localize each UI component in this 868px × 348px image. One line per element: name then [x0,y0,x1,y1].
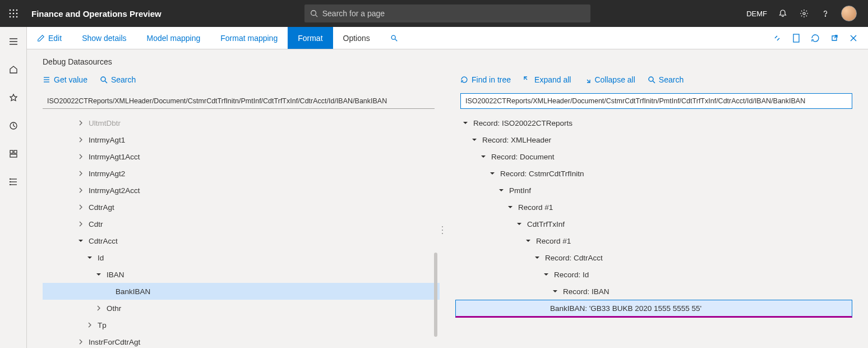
svg-rect-19 [10,154,17,157]
avatar[interactable] [841,6,857,21]
svg-point-1 [13,10,15,11]
tree-node[interactable]: Record: ISO20022CTReports [455,115,852,131]
hamburger-icon[interactable] [4,33,22,51]
caret-icon[interactable] [76,118,85,127]
tree-node[interactable]: Record: IBAN [455,283,852,300]
tree-node[interactable]: CdtrAgt [43,199,440,216]
tree-node[interactable]: PmtInf [455,182,852,199]
caret-icon[interactable] [515,219,524,228]
left-search-label: Search [111,75,136,84]
company-code[interactable]: DEMF [746,10,767,18]
global-search-input[interactable]: Search for a page [304,4,590,22]
caret-icon[interactable] [94,270,103,279]
caret-icon[interactable] [538,304,547,313]
caret-icon[interactable] [76,169,85,178]
format-mapping-button[interactable]: Format mapping [210,27,288,49]
star-icon[interactable] [4,89,22,107]
filter-button[interactable] [380,27,408,49]
caret-icon[interactable] [497,186,506,195]
tree-node[interactable]: InstrForCdtrAgt [43,333,440,348]
tree-node[interactable]: Record: Id [455,266,852,283]
caret-icon[interactable] [524,236,533,245]
page-icon[interactable] [791,33,802,44]
tree-node-result[interactable]: BankIBAN: 'GB33 BUKB 2020 1555 5555 55' [455,300,852,318]
tree-node[interactable]: Record: CstmrCdtTrfInitn [455,165,852,182]
popout-icon[interactable] [829,33,840,44]
edit-button[interactable]: Edit [27,27,72,49]
tree-node[interactable]: Record: CdtrAcct [455,249,852,266]
tree-node[interactable]: IntrmyAgt1Acct [43,148,440,165]
caret-icon[interactable] [76,337,85,346]
link-icon[interactable] [772,33,783,44]
tree-node-label: IntrmyAgt2Acct [89,186,140,195]
caret-icon[interactable] [76,135,85,144]
left-path-input[interactable] [43,93,435,109]
right-search-button[interactable]: Search [648,75,684,84]
model-mapping-button[interactable]: Model mapping [137,27,211,49]
caret-icon[interactable] [85,320,94,329]
caret-icon[interactable] [461,118,470,127]
caret-icon[interactable] [551,287,560,296]
close-icon[interactable] [848,33,859,44]
caret-icon[interactable] [94,304,103,313]
collapse-all-button[interactable]: Collapse all [583,75,635,84]
tree-node-label: PmtInf [509,186,531,195]
caret-icon[interactable] [76,152,85,161]
caret-icon[interactable] [479,152,488,161]
tree-node[interactable]: IntrmyAgt2Acct [43,182,440,199]
tree-node[interactable]: Tp [43,317,440,333]
svg-point-34 [101,77,105,81]
gear-icon[interactable] [798,8,810,19]
right-tree-pane[interactable]: Record: ISO20022CTReportsRecord: XMLHead… [445,112,868,348]
caret-icon[interactable] [103,287,112,296]
tree-node[interactable]: BankIBAN [43,283,440,300]
help-icon[interactable] [820,8,831,19]
caret-icon[interactable] [76,219,85,228]
left-search-button[interactable]: Search [100,75,136,84]
svg-point-36 [649,77,653,81]
workspace-icon[interactable] [4,145,22,163]
splitter[interactable] [440,112,445,348]
caret-icon[interactable] [76,186,85,195]
caret-icon[interactable] [506,203,515,212]
left-toolbar: Get value Search [27,72,450,88]
get-value-button[interactable]: Get value [43,75,87,84]
bell-icon[interactable] [777,8,788,19]
caret-icon[interactable] [488,169,497,178]
scrollbar-thumb[interactable] [434,253,437,337]
tree-node[interactable]: Id [43,249,440,266]
caret-icon[interactable] [470,135,479,144]
tree-node[interactable]: IBAN [43,266,440,283]
tree-node[interactable]: UltmtDbtr [43,115,440,131]
right-path-input[interactable] [460,93,852,109]
format-tab[interactable]: Format [288,27,333,49]
find-in-tree-button[interactable]: Find in tree [460,75,511,84]
tree-node[interactable]: Record #1 [455,232,852,249]
app-launcher-icon[interactable] [4,4,22,22]
caret-icon[interactable] [533,253,542,262]
modules-icon[interactable] [4,173,22,191]
tree-node[interactable]: Cdtr [43,216,440,232]
options-button[interactable]: Options [333,27,380,49]
home-icon[interactable] [4,61,22,79]
pencil-icon [37,34,45,42]
caret-icon[interactable] [542,270,551,279]
caret-icon[interactable] [76,236,85,245]
svg-point-38 [442,226,443,227]
expand-all-button[interactable]: Expand all [523,75,571,84]
tree-node[interactable]: IntrmyAgt2 [43,165,440,182]
caret-icon[interactable] [76,203,85,212]
refresh-icon[interactable] [810,33,821,44]
tree-node[interactable]: Record: Document [455,148,852,165]
tree-node[interactable]: Record: XMLHeader [455,131,852,148]
show-details-button[interactable]: Show details [72,27,136,49]
clock-icon[interactable] [4,117,22,135]
tree-node-label: Record: Document [491,153,555,161]
tree-node[interactable]: Record #1 [455,199,852,216]
caret-icon[interactable] [85,253,94,262]
tree-node[interactable]: Othr [43,300,440,317]
tree-node[interactable]: CdtTrfTxInf [455,216,852,232]
left-tree-pane[interactable]: UltmtDbtrIntrmyAgt1IntrmyAgt1AcctIntrmyA… [27,112,440,348]
tree-node[interactable]: CdtrAcct [43,232,440,249]
tree-node[interactable]: IntrmyAgt1 [43,131,440,148]
